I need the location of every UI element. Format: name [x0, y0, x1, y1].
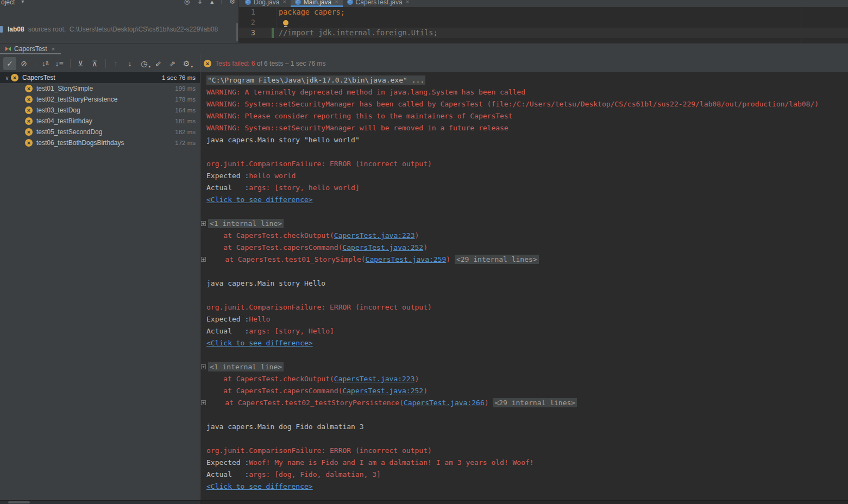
show-passed-icon[interactable]: ✓: [3, 57, 16, 70]
expand-all-icon[interactable]: ⊻: [74, 57, 87, 70]
fold-expand-icon[interactable]: +: [201, 400, 206, 405]
test-tree-item[interactable]: ×test04_testBirthday181 ms: [0, 116, 200, 127]
console-text: at CapersTest.checkOutput(: [206, 375, 334, 383]
console-text: <1 internal line>: [208, 219, 284, 228]
console-line: [200, 409, 848, 421]
tab-label: Dog.java: [254, 0, 279, 6]
module-icon: [0, 26, 3, 33]
close-icon[interactable]: ×: [52, 46, 55, 52]
collapse-all-icon[interactable]: ⊼: [88, 57, 101, 70]
console-text: Actual :: [206, 327, 249, 335]
console-line: Expected :hello world: [200, 170, 848, 182]
tests-failed-icon: ×: [204, 60, 211, 67]
test-tree-item[interactable]: ×test05_testSecondDog182 ms: [0, 127, 200, 137]
close-icon[interactable]: ×: [406, 0, 409, 5]
bottom-scrollbar-strip: [0, 500, 848, 504]
console-text: WARNING: System::setSecurityManager has …: [206, 100, 819, 108]
test-tree-item[interactable]: ×test06_testBothDogsBirthdays172 ms: [0, 137, 200, 148]
console-link[interactable]: <Click to see difference>: [206, 196, 313, 204]
scrollbar-thumb[interactable]: [8, 501, 30, 503]
line-number: 3: [239, 28, 255, 38]
panel-divider[interactable]: [200, 54, 200, 500]
console-line: <Click to see difference>: [200, 337, 848, 349]
test-duration: 181 ms: [175, 118, 196, 124]
console-text: Woof! My name is Fido and I am a dalmati…: [249, 458, 533, 467]
fold-expand-icon[interactable]: +: [201, 221, 206, 226]
settings-icon[interactable]: ⚙: [229, 0, 235, 5]
test-tree-item[interactable]: ×test02_testStoryPersistence178 ms: [0, 94, 200, 105]
project-tree-module-row[interactable]: lab08 sources root, C:\Users\tetsu\Deskt…: [0, 24, 238, 35]
console-link[interactable]: <Click to see difference>: [206, 482, 313, 490]
console-text: org.junit.ComparisonFailure: ERROR (inco…: [206, 160, 432, 168]
chevron-down-icon[interactable]: ▾: [21, 0, 24, 4]
next-failed-test-icon[interactable]: ↓: [123, 57, 136, 70]
console-line: WARNING: Please consider reporting this …: [200, 110, 848, 122]
console-text: Actual :: [206, 184, 249, 192]
test-tree-root[interactable]: ∨×CapersTest1 sec 76 ms: [0, 72, 200, 83]
console-text: args: [dog, Fido, dalmatian, 3]: [249, 470, 381, 478]
console-text: java capers.Main story Hello: [206, 279, 325, 287]
intention-bulb-icon[interactable]: [283, 20, 288, 26]
project-tool-window: oject ▾ ◎ ⇩ ▴ ⚙ lab08 sources root, C:\U…: [0, 0, 239, 43]
run-panel-content: ∨×CapersTest1 sec 76 ms×test01_StorySimp…: [0, 72, 848, 500]
console-text: Expected :: [206, 315, 249, 323]
console-line: <Click to see difference>: [200, 194, 848, 206]
tab-main-java[interactable]: CMain.java×: [291, 0, 343, 7]
console-line: at CapersTest.checkOutput(CapersTest.jav…: [200, 373, 848, 385]
test-tree-item[interactable]: ×test03_testDog164 ms: [0, 105, 200, 116]
console-text: args: [story, hello world]: [249, 184, 360, 192]
console-link[interactable]: CapersTest.java:266: [404, 399, 485, 407]
top-region: oject ▾ ◎ ⇩ ▴ ⚙ lab08 sources root, C:\U…: [0, 0, 848, 43]
locate-file-icon[interactable]: ◎: [184, 0, 190, 5]
test-duration: 178 ms: [175, 96, 196, 103]
console-link[interactable]: CapersTest.java:223: [334, 231, 415, 240]
export-test-results-icon[interactable]: ⇗: [166, 57, 179, 70]
chevron-down-icon[interactable]: ∨: [3, 75, 11, 81]
code-token: package: [279, 8, 314, 16]
console-hscrollbar[interactable]: [200, 501, 848, 504]
toolbar-divider: [35, 59, 35, 68]
test-name: test05_testSecondDog: [36, 128, 102, 136]
console-line: Actual :args: [story, Hello]: [200, 325, 848, 337]
project-tree: lab08 sources root, C:\Users\tetsu\Deskt…: [0, 7, 238, 43]
status-text: Tests failed: 6 of 6 tests – 1 sec 76 ms: [215, 60, 325, 67]
collapse-panel-icon[interactable]: ▴: [210, 0, 213, 5]
console-line: at CapersTest.capersCommand(CapersTest.j…: [200, 385, 848, 397]
console-link[interactable]: <Click to see difference>: [206, 339, 313, 347]
project-panel-title: oject: [1, 0, 15, 6]
import-test-results-icon[interactable]: ⇙: [152, 57, 165, 70]
console-link[interactable]: CapersTest.java:252: [342, 243, 423, 251]
test-duration: 182 ms: [175, 129, 196, 135]
editor-line: 3//import jdk.internal.foreign.Utils;: [239, 28, 848, 38]
close-icon[interactable]: ×: [282, 0, 286, 5]
editor[interactable]: 1package capers;23//import jdk.internal.…: [239, 7, 848, 43]
fold-expand-icon[interactable]: +: [201, 257, 206, 262]
settings-gear-icon[interactable]: ⚙▾: [180, 57, 193, 70]
test-failed-icon: ×: [25, 96, 33, 103]
run-tab-capers-test[interactable]: CapersTest ×: [0, 43, 60, 54]
toolbar-divider: [221, 0, 222, 4]
module-name: lab08: [8, 26, 24, 33]
console-link[interactable]: CapersTest.java:223: [334, 375, 415, 383]
tab-label: CapersTest.java: [356, 0, 403, 6]
tree-hscrollbar[interactable]: [0, 501, 200, 504]
console-link[interactable]: CapersTest.java:259: [366, 255, 447, 263]
test-console-output[interactable]: "C:\Program Files\Java\jdk-17.0.2\bin\ja…: [200, 72, 848, 500]
console-line: <Click to see difference>: [200, 481, 848, 493]
tab-caperstest-java[interactable]: CCapersTest.java×: [343, 0, 413, 7]
test-tree-item[interactable]: ×test01_StorySimple199 ms: [0, 83, 200, 94]
test-status: × Tests failed: 6 of 6 tests – 1 sec 76 …: [204, 60, 325, 67]
console-link[interactable]: CapersTest.java:252: [342, 387, 423, 395]
tab-dog-java[interactable]: CDog.java×: [241, 0, 291, 7]
test-history-icon[interactable]: ◷▾: [137, 57, 150, 70]
sort-by-duration-icon[interactable]: ↓≡: [53, 57, 66, 70]
sort-alphabetically-icon[interactable]: ↓ᵃ: [39, 57, 52, 70]
scrollbar-thumb[interactable]: [236, 23, 238, 41]
test-name: test02_testStoryPersistence: [36, 96, 117, 103]
scroll-from-source-icon[interactable]: ⇩: [197, 0, 203, 5]
console-line: +<1 internal line>: [200, 218, 848, 230]
close-icon[interactable]: ×: [335, 0, 338, 5]
show-ignored-icon[interactable]: ⊘: [17, 57, 30, 70]
test-failed-icon: ×: [11, 74, 18, 81]
fold-expand-icon[interactable]: +: [201, 364, 206, 369]
